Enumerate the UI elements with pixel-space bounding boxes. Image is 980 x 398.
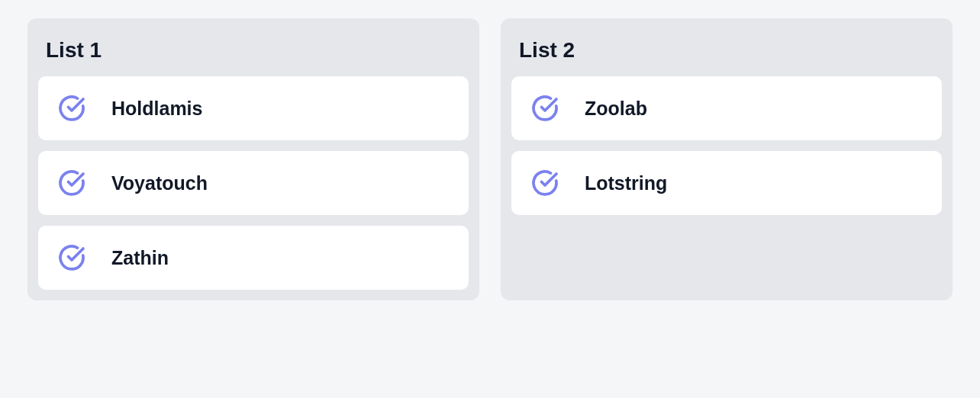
list-item-label: Zoolab (585, 98, 647, 120)
check-circle-icon (58, 244, 85, 271)
list-item-label: Lotstring (585, 172, 667, 194)
list-item[interactable]: Zathin (38, 226, 469, 290)
check-circle-icon (58, 95, 85, 122)
list-panel-1: List 1 Holdlamis Voyatou (27, 18, 479, 300)
list-item[interactable]: Lotstring (511, 151, 942, 215)
list-item-label: Zathin (111, 247, 169, 269)
list-items: Zoolab Lotstring (511, 76, 942, 215)
lists-container: List 1 Holdlamis Voyatou (27, 18, 953, 300)
list-item-label: Holdlamis (111, 98, 202, 120)
list-item-label: Voyatouch (111, 172, 208, 194)
list-title: List 1 (38, 29, 469, 76)
list-panel-2: List 2 Zoolab Lotstring (501, 18, 953, 300)
list-item[interactable]: Holdlamis (38, 76, 469, 140)
list-title: List 2 (511, 29, 942, 76)
list-item[interactable]: Zoolab (511, 76, 942, 140)
list-item[interactable]: Voyatouch (38, 151, 469, 215)
check-circle-icon (531, 169, 559, 197)
check-circle-icon (58, 169, 85, 197)
check-circle-icon (531, 95, 559, 122)
list-items: Holdlamis Voyatouch Za (38, 76, 469, 290)
